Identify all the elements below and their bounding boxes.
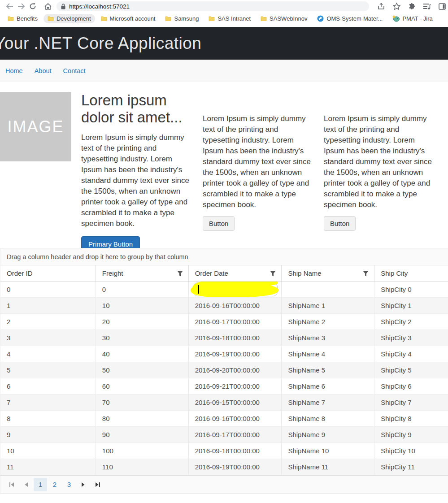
bookmark-label: Microsoft account — [110, 15, 156, 22]
cell-order-id: 5 — [0, 362, 96, 378]
cell-ship-name — [282, 282, 374, 297]
bookmark-sas-intranet[interactable]: SAS Intranet — [204, 14, 255, 23]
column-header-ship-name[interactable]: Ship Name — [282, 265, 374, 281]
pager-last-button[interactable] — [91, 478, 104, 491]
cell-order-date: 2016-09-18T00:00:00 — [189, 443, 282, 459]
button-3[interactable]: Button — [324, 216, 356, 231]
cell-order-date: 2016-09-19T00:00:00 — [189, 346, 282, 362]
bookmark-star-icon[interactable] — [391, 1, 402, 12]
column-header-ship-city[interactable]: Ship City — [374, 265, 448, 281]
table-row: 8 80 2016-09-16T00:00:00 ShipName 8 Ship… — [0, 411, 448, 427]
cell-ship-city: ShipCity 10 — [374, 443, 448, 459]
bookmark-development[interactable]: Development — [43, 14, 95, 23]
oms-favicon — [317, 15, 324, 22]
app-header: Your .NET Core Application — [0, 27, 448, 60]
image-placeholder: IMAGE — [0, 92, 71, 161]
page-title: Your .NET Core Application — [0, 34, 201, 53]
group-hint-text: Drag a column header and drop it here to… — [7, 253, 188, 260]
cell-freight: 70 — [96, 395, 189, 410]
bookmark-pmat-jira[interactable]: PMAT - Jira — [388, 14, 436, 23]
bookmark-benefits[interactable]: Benefits — [4, 14, 42, 23]
nav-about[interactable]: About — [35, 67, 52, 74]
cell-order-date-editing — [189, 282, 282, 297]
cell-order-date: 2016-09-18T00:00:00 — [189, 330, 282, 346]
pager-prev-button[interactable] — [19, 478, 33, 491]
hero-column-2: Lorem Ipsum is simply dummy text of the … — [203, 92, 313, 242]
cell-order-id: 8 — [0, 411, 96, 426]
cell-order-id: 0 — [0, 282, 96, 297]
cell-ship-name: ShipName 7 — [282, 395, 374, 410]
bookmarks-bar: Benefits Development Microsoft account S… — [0, 13, 448, 25]
bookmark-label: PMAT - Jira — [402, 15, 432, 22]
jira-favicon — [392, 15, 400, 22]
forward-icon[interactable] — [15, 1, 27, 12]
cell-freight: 30 — [96, 330, 189, 346]
grid-header-row: Order ID Freight Order Date Ship Name Sh… — [0, 265, 448, 282]
bookmark-oms-system[interactable]: OMS-System-Mater... — [313, 14, 387, 23]
column-header-order-date[interactable]: Order Date — [189, 265, 282, 281]
hero-section: IMAGE Lorem ipsum dolor sit amet... Lore… — [0, 92, 448, 242]
filter-icon[interactable] — [177, 270, 183, 278]
image-placeholder-label: IMAGE — [7, 117, 64, 136]
home-icon[interactable] — [42, 1, 54, 12]
cell-ship-name: ShipName 2 — [282, 314, 374, 330]
bookmark-label: Samsung — [174, 15, 199, 22]
cell-ship-city: ShipCity 2 — [374, 314, 448, 330]
nav-home[interactable]: Home — [5, 67, 23, 74]
cell-order-date: 2016-09-21T00:00:00 — [189, 378, 282, 394]
hero-paragraph: Lorem Ipsum is simply dummy text of the … — [81, 132, 195, 229]
button-2[interactable]: Button — [203, 216, 235, 231]
bookmark-saswebinnov[interactable]: SASWebInnov — [257, 14, 311, 23]
table-row: 1 10 2016-09-16T00:00:00 ShipName 1 Ship… — [0, 298, 448, 314]
media-controls-icon[interactable] — [421, 1, 433, 12]
pager-first-button[interactable] — [5, 478, 18, 491]
pager-next-button[interactable] — [77, 478, 90, 491]
table-row: 0 0 ShipCity 0 — [0, 282, 448, 298]
cell-order-id: 6 — [0, 378, 96, 394]
cell-ship-city: ShipCity 9 — [374, 427, 448, 442]
filter-icon[interactable] — [363, 270, 369, 278]
extensions-icon[interactable] — [406, 1, 418, 12]
hero-column-1: Lorem ipsum dolor sit amet... Lorem Ipsu… — [81, 92, 195, 242]
side-panel-icon[interactable] — [436, 1, 448, 12]
table-row: 2 20 2016-09-17T00:00:00 ShipName 2 Ship… — [0, 314, 448, 330]
url-text: https://localhost:57021 — [69, 3, 130, 10]
back-icon[interactable] — [4, 1, 15, 12]
cell-freight: 20 — [96, 314, 189, 330]
cell-ship-name: ShipName 4 — [282, 346, 374, 362]
column-header-freight[interactable]: Freight — [96, 265, 189, 281]
address-bar[interactable]: https://localhost:57021 — [57, 1, 369, 11]
cell-ship-city: ShipCity 6 — [374, 378, 448, 394]
cell-freight: 60 — [96, 378, 189, 394]
table-row: 4 40 2016-09-19T00:00:00 ShipName 4 Ship… — [0, 346, 448, 362]
cell-ship-city: ShipCity 0 — [374, 282, 448, 297]
table-row: 9 90 2016-09-17T00:00:00 ShipName 9 Ship… — [0, 427, 448, 443]
pager-page-3[interactable]: 3 — [62, 478, 76, 491]
bookmark-microsoft-account[interactable]: Microsoft account — [97, 14, 160, 23]
cell-ship-name: ShipName 8 — [282, 411, 374, 426]
folder-icon — [165, 16, 171, 22]
filter-icon[interactable] — [270, 270, 276, 278]
column-title: Ship City — [381, 269, 408, 277]
cell-ship-city: ShipCity 11 — [374, 459, 448, 475]
cell-order-id: 10 — [0, 443, 96, 459]
refresh-icon[interactable] — [27, 1, 39, 12]
pager-page-2[interactable]: 2 — [48, 478, 61, 491]
folder-icon — [209, 16, 215, 22]
cell-freight: 90 — [96, 427, 189, 442]
bookmark-samsung[interactable]: Samsung — [161, 14, 203, 23]
pager-page-1[interactable]: 1 — [34, 478, 47, 491]
cell-order-id: 3 — [0, 330, 96, 346]
cell-ship-name: ShipName 1 — [282, 298, 374, 313]
nav-contact[interactable]: Contact — [63, 67, 86, 74]
cell-freight: 0 — [96, 282, 189, 297]
column-header-order-id[interactable]: Order ID — [0, 265, 96, 281]
share-icon[interactable] — [375, 1, 387, 12]
page-number: 2 — [53, 481, 57, 488]
hero-paragraph: Lorem Ipsum is simply dummy text of the … — [203, 113, 313, 210]
cell-order-id: 11 — [0, 459, 96, 475]
cell-order-date: 2016-09-16T00:00:00 — [189, 298, 282, 313]
grid-group-drop-zone[interactable]: Drag a column header and drop it here to… — [0, 248, 448, 265]
cell-freight: 10 — [96, 298, 189, 313]
order-date-edit-input[interactable] — [193, 282, 278, 296]
